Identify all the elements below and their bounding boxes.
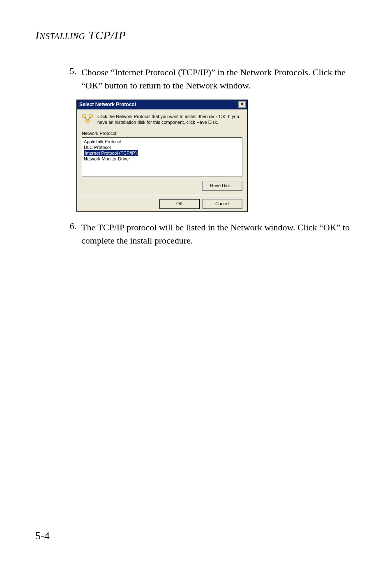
- select-network-protocol-dialog: Select Network Protocol ✕ Click the Net: [76, 100, 248, 212]
- close-icon[interactable]: ✕: [238, 101, 246, 108]
- page-title: Installing TCP/IP: [35, 29, 126, 42]
- svg-line-4: [88, 117, 91, 120]
- have-disk-row: Have Disk...: [77, 179, 247, 193]
- screenshot-figure: Select Network Protocol ✕ Click the Net: [76, 100, 362, 212]
- svg-line-3: [84, 117, 88, 120]
- step-number: 5.: [58, 66, 81, 92]
- listbox-label: Network Protocol:: [77, 128, 247, 137]
- dialog-description: Click the Network Protocol that you want…: [77, 109, 247, 128]
- list-item[interactable]: Network Monitor Driver: [83, 156, 241, 162]
- selected-text: Internet Protocol (TCP/IP): [84, 150, 138, 156]
- dialog-buttons: OK Cancel: [77, 197, 247, 211]
- list-item-selected[interactable]: Internet Protocol (TCP/IP): [83, 150, 241, 156]
- network-protocol-listbox[interactable]: AppleTalk Protocol DLC Protocol Internet…: [82, 137, 242, 177]
- cancel-button[interactable]: Cancel: [202, 199, 242, 209]
- svg-rect-1: [89, 115, 92, 117]
- list-item[interactable]: AppleTalk Protocol: [83, 139, 241, 144]
- steps-list: 5. Choose “Internet Protocol (TCP/IP)” i…: [58, 66, 362, 255]
- step-text: Choose “Internet Protocol (TCP/IP)” in t…: [81, 66, 362, 92]
- step-text: The TCP/IP protocol will be listed in th…: [81, 221, 362, 247]
- separator: [82, 195, 242, 196]
- dialog-title: Select Network Protocol: [79, 102, 136, 107]
- dialog-instruction: Click the Network Protocol that you want…: [97, 114, 242, 125]
- step-number: 6.: [58, 221, 81, 247]
- page-number: 5-4: [35, 530, 50, 542]
- step-6: 6. The TCP/IP protocol will be listed in…: [58, 221, 362, 247]
- list-item[interactable]: DLC Protocol: [83, 144, 241, 150]
- svg-rect-0: [83, 115, 86, 117]
- ok-button[interactable]: OK: [159, 199, 200, 209]
- page: Installing TCP/IP 5. Choose “Internet Pr…: [0, 0, 392, 571]
- step-5: 5. Choose “Internet Protocol (TCP/IP)” i…: [58, 66, 362, 92]
- svg-rect-2: [86, 120, 89, 123]
- have-disk-button[interactable]: Have Disk...: [202, 181, 242, 191]
- dialog-titlebar: Select Network Protocol ✕: [77, 100, 247, 109]
- network-icon: [82, 114, 93, 125]
